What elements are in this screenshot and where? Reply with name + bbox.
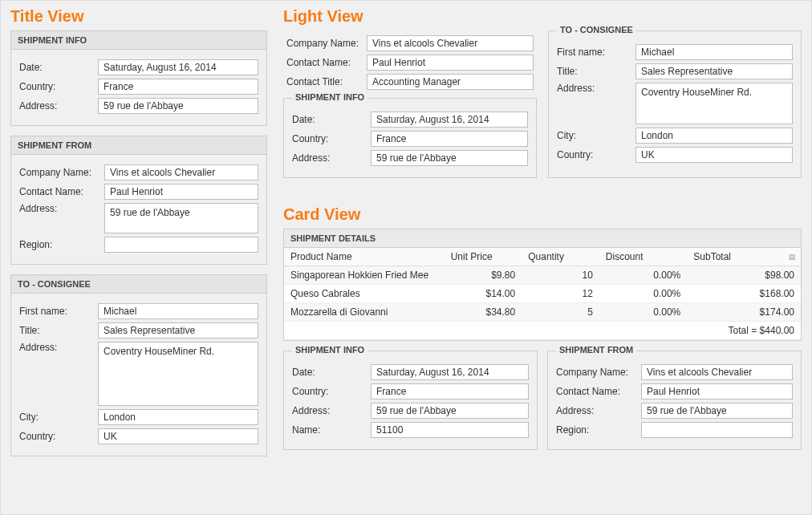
label-contact-title: Contact Title: bbox=[286, 76, 362, 87]
cell-discount: 0.00% bbox=[599, 266, 687, 285]
card-shipment-info-group: SHIPMENT INFO Date: Country: Address: Na… bbox=[283, 351, 538, 450]
legend-shipment-info: SHIPMENT INFO bbox=[292, 92, 367, 102]
panel-head-shipment-from: SHIPMENT FROM bbox=[11, 136, 266, 155]
card-view-heading: Card View bbox=[283, 205, 802, 224]
shipment-details-table: Product Name Unit Price Quantity Discoun… bbox=[284, 248, 801, 340]
label-contact-name: Contact Name: bbox=[19, 186, 99, 197]
shipment-details-panel: SHIPMENT DETAILS Product Name Unit Price… bbox=[283, 229, 802, 341]
label-address: Address: bbox=[292, 405, 366, 416]
label-address: Address: bbox=[556, 405, 636, 416]
card-country-input[interactable] bbox=[371, 383, 529, 399]
light-consignee-country-input[interactable] bbox=[635, 147, 793, 163]
light-view-top: Company Name: Contact Name: Contact Titl… bbox=[283, 30, 802, 178]
label-address: Address: bbox=[19, 100, 93, 112]
light-firstname-input[interactable] bbox=[635, 44, 793, 60]
right-column: Light View Company Name: Contact Name: C… bbox=[283, 7, 802, 506]
label-name: Name: bbox=[292, 424, 366, 436]
title-to-consignee-panel: TO - CONSIGNEE First name: Title: Addres… bbox=[10, 274, 267, 456]
legend-shipment-info: SHIPMENT INFO bbox=[292, 345, 367, 355]
sort-icon: ▤ bbox=[789, 253, 796, 261]
title-address-input[interactable] bbox=[98, 98, 258, 114]
light-date-input[interactable] bbox=[371, 112, 528, 128]
title-title-input[interactable] bbox=[98, 322, 258, 339]
title-view-column: Title View SHIPMENT INFO Date: Country: … bbox=[10, 7, 267, 506]
title-firstname-input[interactable] bbox=[98, 303, 258, 319]
cell-unit-price: $34.80 bbox=[445, 303, 522, 322]
label-company-name: Company Name: bbox=[556, 367, 636, 378]
label-date: Date: bbox=[292, 367, 366, 378]
label-title: Title: bbox=[19, 325, 93, 336]
col-product-name[interactable]: Product Name bbox=[284, 248, 445, 266]
cell-quantity: 10 bbox=[522, 266, 599, 285]
label-address: Address: bbox=[19, 203, 99, 214]
label-city: City: bbox=[19, 412, 93, 423]
table-row[interactable]: Queso Cabrales$14.00120.00%$168.00 bbox=[284, 285, 801, 303]
title-consignee-country-input[interactable] bbox=[98, 428, 258, 444]
card-contact-input[interactable] bbox=[641, 383, 793, 399]
table-row[interactable]: Mozzarella di Giovanni$34.8050.00%$174.0… bbox=[284, 303, 801, 322]
cell-discount: 0.00% bbox=[599, 303, 687, 322]
light-contacttitle-input[interactable] bbox=[367, 74, 534, 90]
col-subtotal[interactable]: SubTotal▤ bbox=[687, 248, 801, 266]
title-from-address-input[interactable] bbox=[104, 203, 258, 233]
title-view-heading: Title View bbox=[10, 7, 267, 26]
title-contact-input[interactable] bbox=[104, 184, 258, 200]
col-discount[interactable]: Discount bbox=[599, 248, 687, 266]
title-shipment-from-panel: SHIPMENT FROM Company Name: Contact Name… bbox=[10, 136, 267, 265]
label-contact-name: Contact Name: bbox=[556, 386, 636, 397]
col-quantity[interactable]: Quantity bbox=[522, 248, 599, 266]
card-date-input[interactable] bbox=[371, 364, 529, 380]
title-region-input[interactable] bbox=[104, 237, 258, 253]
card-name-input[interactable] bbox=[371, 422, 529, 438]
label-address: Address: bbox=[557, 83, 631, 94]
label-country: Country: bbox=[19, 431, 93, 442]
total-row: Total = $440.00 bbox=[284, 322, 801, 340]
page: Title View SHIPMENT INFO Date: Country: … bbox=[0, 0, 812, 515]
title-shipment-info-panel: SHIPMENT INFO Date: Country: Address: bbox=[10, 30, 267, 126]
light-view-heading: Light View bbox=[283, 7, 802, 26]
light-address-input[interactable] bbox=[371, 150, 528, 166]
cell-subtotal: $174.00 bbox=[687, 303, 801, 322]
light-title-input[interactable] bbox=[635, 63, 793, 79]
cell-product: Queso Cabrales bbox=[284, 285, 445, 303]
title-city-input[interactable] bbox=[98, 409, 258, 425]
table-row[interactable]: Singaporean Hokkien Fried Mee$9.80100.00… bbox=[284, 266, 801, 285]
card-head-shipment-details: SHIPMENT DETAILS bbox=[284, 229, 801, 248]
title-consignee-address-input[interactable] bbox=[98, 342, 258, 406]
light-country-input[interactable] bbox=[371, 131, 528, 147]
title-date-input[interactable] bbox=[98, 59, 258, 75]
label-region: Region: bbox=[19, 239, 99, 250]
card-shipment-from-group: SHIPMENT FROM Company Name: Contact Name… bbox=[547, 351, 802, 450]
label-first-name: First name: bbox=[19, 306, 93, 317]
label-date: Date: bbox=[292, 114, 366, 125]
light-contact-input[interactable] bbox=[367, 55, 534, 71]
legend-shipment-from: SHIPMENT FROM bbox=[556, 345, 636, 355]
legend-to-consignee: TO - CONSIGNEE bbox=[557, 25, 636, 34]
light-consignee-address-input[interactable] bbox=[635, 83, 793, 124]
cell-subtotal: $98.00 bbox=[687, 266, 801, 285]
light-shipment-info-group: SHIPMENT INFO Date: Country: Address: bbox=[283, 98, 537, 178]
cell-product: Singaporean Hokkien Fried Mee bbox=[284, 266, 445, 285]
light-city-input[interactable] bbox=[635, 128, 793, 144]
label-address: Address: bbox=[292, 152, 366, 164]
card-region-input[interactable] bbox=[641, 422, 793, 438]
card-from-address-input[interactable] bbox=[641, 403, 793, 419]
panel-head-to-consignee: TO - CONSIGNEE bbox=[11, 275, 266, 294]
total-cell: Total = $440.00 bbox=[284, 322, 801, 340]
panel-head-shipment-info: SHIPMENT INFO bbox=[11, 31, 266, 50]
light-company-input[interactable] bbox=[367, 35, 534, 51]
cell-unit-price: $9.80 bbox=[445, 266, 522, 285]
title-company-input[interactable] bbox=[104, 164, 258, 180]
label-contact-name: Contact Name: bbox=[286, 57, 362, 68]
card-address-input[interactable] bbox=[371, 403, 529, 419]
card-bottom-row: SHIPMENT INFO Date: Country: Address: Na… bbox=[283, 351, 802, 450]
label-country: Country: bbox=[292, 133, 366, 144]
label-first-name: First name: bbox=[557, 47, 631, 58]
label-country: Country: bbox=[19, 81, 93, 92]
title-country-input[interactable] bbox=[98, 79, 258, 95]
label-company-name: Company Name: bbox=[286, 38, 362, 49]
card-company-input[interactable] bbox=[641, 364, 793, 380]
table-header-row: Product Name Unit Price Quantity Discoun… bbox=[284, 248, 801, 266]
col-unit-price[interactable]: Unit Price bbox=[445, 248, 522, 266]
cell-subtotal: $168.00 bbox=[687, 285, 801, 303]
